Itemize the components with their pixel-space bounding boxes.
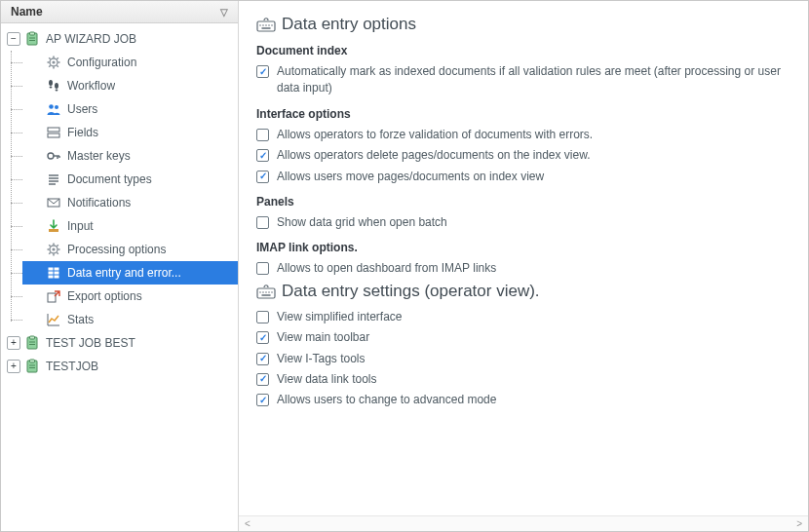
svg-point-16: [55, 83, 58, 89]
checkbox[interactable]: [256, 262, 269, 275]
tree-item-label: Notifications: [67, 196, 131, 209]
svg-rect-57: [257, 21, 275, 31]
tree-item-document-types[interactable]: Document types: [22, 168, 238, 191]
tree-item-label: Document types: [67, 172, 152, 186]
section-title-2: Data entry settings (operator view).: [256, 282, 790, 301]
group-heading: IMAP link options.: [256, 241, 790, 254]
chart-icon: [46, 312, 61, 327]
users-icon: [46, 101, 61, 117]
tree-item-label: Processing options: [67, 243, 166, 256]
checkbox-label: Allows operators to forze validation of …: [277, 127, 593, 143]
checkbox[interactable]: [256, 373, 269, 386]
checkbox-label: Allows operators delete pages/documents …: [277, 147, 591, 164]
checkbox[interactable]: [256, 149, 269, 162]
checkbox-row: Allows to open dashboard from IMAP links: [256, 260, 790, 277]
tree-item-label: Export options: [67, 289, 142, 303]
tree-item-label: TEST JOB BEST: [46, 336, 135, 350]
checkbox-label: Allows users move pages/documents on ind…: [277, 169, 544, 185]
scroll-left-icon[interactable]: <: [245, 518, 250, 529]
horizontal-scrollbar[interactable]: < >: [239, 515, 808, 531]
fields-icon: [46, 125, 61, 140]
tree-item-fields[interactable]: Fields: [22, 121, 238, 144]
download-icon: [46, 218, 61, 234]
checkbox[interactable]: [256, 216, 269, 229]
tree-item-label: Master keys: [67, 149, 131, 163]
tree-item-master-keys[interactable]: Master keys: [22, 144, 238, 168]
tree-item-input[interactable]: Input: [22, 214, 238, 238]
tree-item-notifications[interactable]: Notifications: [22, 191, 238, 214]
tree-item-testjob[interactable]: +TESTJOB: [1, 355, 238, 378]
tree-item-users[interactable]: Users: [22, 97, 238, 121]
checkbox-label: View main toolbar: [277, 329, 369, 346]
clipboard-icon: [24, 359, 40, 374]
tree-item-stats[interactable]: Stats: [22, 308, 238, 331]
keyboard-icon: [256, 17, 276, 32]
tree-item-export-options[interactable]: Export options: [22, 285, 238, 308]
envelope-icon: [46, 195, 61, 210]
group-heading: Interface options: [256, 107, 790, 121]
svg-rect-50: [30, 336, 35, 339]
svg-line-39: [57, 252, 58, 254]
svg-rect-54: [30, 360, 35, 362]
scroll-right-icon[interactable]: >: [796, 518, 802, 529]
svg-point-15: [50, 87, 53, 89]
checkbox[interactable]: [256, 331, 269, 344]
tree-item-processing-options[interactable]: Processing options: [22, 238, 238, 261]
svg-line-11: [57, 65, 58, 67]
tree-item-label: Fields: [67, 126, 98, 139]
tree-item-workflow[interactable]: Workflow: [22, 74, 238, 97]
expander[interactable]: +: [7, 360, 20, 373]
checkbox[interactable]: [256, 311, 269, 323]
checkbox-label: Allows to open dashboard from IMAP links: [277, 260, 496, 277]
tree-item-label: Data entry and error...: [67, 266, 181, 280]
tree-item-label: Input: [67, 219, 94, 233]
key-icon: [46, 148, 61, 164]
app-window: Name ▽ −AP WIZARD JOBConfigurationWorkfl…: [0, 0, 809, 532]
svg-line-12: [49, 65, 51, 67]
content-panel: Data entry options Document indexAutomat…: [239, 1, 808, 531]
section-title-1-text: Data entry options: [282, 15, 416, 34]
checkbox[interactable]: [256, 129, 269, 141]
checkbox[interactable]: [256, 65, 269, 78]
checkbox[interactable]: [256, 353, 269, 365]
tree-item-ap-wizard-job[interactable]: −AP WIZARD JOB: [1, 27, 238, 51]
tree-item-label: Stats: [67, 313, 94, 326]
checkbox-row: Allows users to change to advanced mode: [256, 392, 790, 408]
tree[interactable]: −AP WIZARD JOBConfigurationWorkflowUsers…: [1, 23, 238, 531]
checkbox-row: View I-Tags tools: [256, 351, 790, 367]
checkbox[interactable]: [256, 394, 269, 406]
svg-point-5: [52, 60, 55, 63]
checkbox[interactable]: [256, 171, 269, 183]
export-icon: [46, 288, 61, 304]
checkbox-row: Automatically mark as indexed documents …: [256, 63, 790, 97]
svg-point-19: [55, 105, 58, 109]
tree-item-label: AP WIZARD JOB: [46, 32, 136, 46]
checkbox-label: View data link tools: [277, 371, 377, 388]
checkbox-label: Automatically mark as indexed documents …: [277, 63, 790, 97]
checkbox-label: Allows users to change to advanced mode: [277, 392, 496, 408]
svg-line-38: [49, 245, 51, 247]
checkbox-row: Allows operators delete pages/documents …: [256, 147, 790, 164]
svg-line-40: [49, 252, 51, 254]
group-heading: Document index: [256, 44, 790, 57]
checkbox-row: Show data grid when open batch: [256, 214, 790, 231]
svg-rect-31: [49, 229, 58, 232]
sort-icon[interactable]: ▽: [220, 7, 228, 18]
tree-item-configuration[interactable]: Configuration: [22, 51, 238, 74]
expander[interactable]: +: [7, 336, 20, 350]
svg-rect-1: [30, 32, 35, 35]
gear2-icon: [46, 242, 61, 257]
svg-rect-20: [48, 128, 59, 132]
tree-item-label: Workflow: [67, 79, 115, 93]
tree-header-label: Name: [11, 5, 43, 19]
clipboard-icon: [24, 335, 40, 351]
svg-line-41: [57, 245, 58, 247]
tree-item-data-entry-and-error[interactable]: Data entry and error...: [22, 261, 238, 285]
tree-item-test-job-best[interactable]: +TEST JOB BEST: [1, 331, 238, 355]
tree-header[interactable]: Name ▽: [1, 1, 238, 23]
expander[interactable]: −: [7, 32, 20, 46]
svg-point-22: [48, 153, 54, 159]
clipboard-icon: [24, 31, 40, 47]
tree-item-label: Users: [67, 102, 97, 116]
svg-rect-46: [48, 293, 56, 302]
